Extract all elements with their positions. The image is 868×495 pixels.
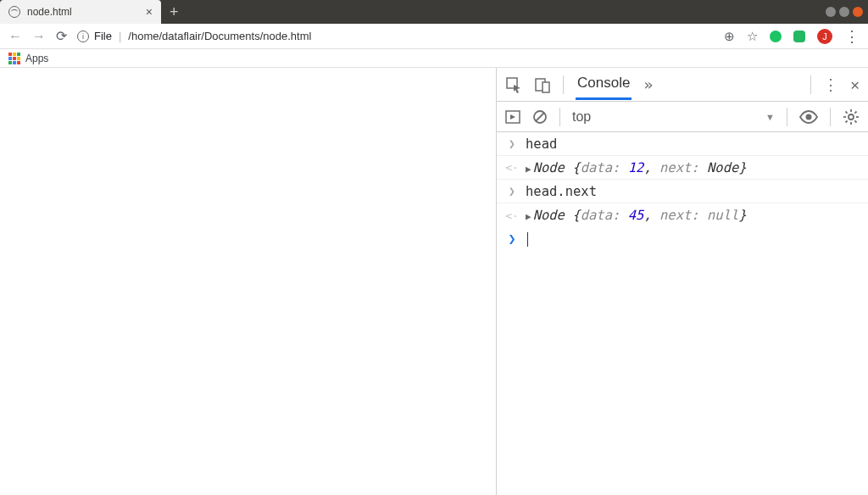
execute-icon[interactable] (505, 109, 520, 125)
close-tab-icon[interactable]: × (146, 5, 153, 19)
brace-open: { (572, 208, 580, 223)
extension-grammarly-icon[interactable] (770, 31, 782, 42)
content: Console » ⋮ ✕ top ▼ (0, 68, 868, 495)
console-body[interactable]: ❯head<·▶Node {data: 12, next: Node}❯head… (497, 132, 868, 495)
prop-value: null (707, 208, 738, 223)
url-scheme: File (94, 30, 112, 42)
expand-triangle-icon[interactable]: ▶ (526, 211, 531, 222)
svg-line-5 (536, 113, 544, 121)
apps-label[interactable]: Apps (25, 53, 48, 64)
console-row[interactable]: <·▶Node {data: 45, next: null} (497, 203, 868, 227)
window-titlebar: node.html × + (0, 0, 868, 24)
browser-tab[interactable]: node.html × (0, 0, 161, 24)
separator (830, 108, 831, 126)
separator (810, 75, 811, 94)
tab-console[interactable]: Console (576, 70, 632, 100)
settings-gear-icon[interactable] (843, 108, 860, 125)
address-bar: ← → ⟳ i File | /home/dataflair/Documents… (0, 24, 868, 49)
object-class-name: Node (533, 160, 573, 175)
zoom-icon[interactable]: ⊕ (724, 29, 735, 44)
devtools-header: Console » ⋮ ✕ (497, 68, 868, 102)
devtools: Console » ⋮ ✕ top ▼ (497, 68, 868, 495)
window-controls (826, 7, 868, 17)
devtools-menu-icon[interactable]: ⋮ (823, 75, 838, 93)
avatar-letter: J (822, 31, 827, 42)
brace-close: } (738, 208, 746, 223)
comma: , (643, 208, 659, 223)
console-row[interactable]: ❯head (497, 132, 868, 156)
star-icon[interactable]: ☆ (747, 29, 758, 44)
svg-point-7 (849, 114, 854, 120)
input-chevron-icon: ❯ (505, 185, 519, 197)
live-expression-icon[interactable] (799, 110, 818, 124)
prop-name: next: (659, 208, 707, 223)
inspect-icon[interactable] (505, 76, 522, 93)
page-viewport[interactable] (0, 68, 497, 495)
close-window-icon[interactable] (853, 7, 863, 17)
minimize-icon[interactable] (826, 7, 836, 17)
context-label: top (572, 109, 591, 125)
svg-rect-2 (542, 82, 549, 92)
apps-grid-icon[interactable] (8, 53, 20, 64)
reload-icon[interactable]: ⟳ (56, 28, 67, 44)
url-path: /home/dataflair/Documents/node.html (128, 30, 311, 42)
globe-icon (8, 6, 20, 18)
devtools-close-icon[interactable]: ✕ (850, 75, 860, 93)
console-input-code: head.next (526, 184, 597, 199)
text-cursor (527, 232, 528, 247)
kebab-menu-icon[interactable]: ⋮ (844, 32, 860, 41)
output-indicator-icon: <· (505, 209, 519, 222)
svg-line-14 (846, 120, 848, 122)
bookmarks-bar: Apps (0, 49, 868, 68)
console-row[interactable]: <·▶Node {data: 12, next: Node} (497, 156, 868, 180)
console-result[interactable]: ▶Node {data: 12, next: Node} (526, 160, 747, 175)
console-input-code: head (526, 136, 557, 152)
extension-green-icon[interactable] (793, 31, 805, 42)
url-separator: | (117, 30, 123, 42)
svg-line-15 (854, 111, 856, 113)
prop-value: 12 (628, 160, 644, 175)
separator (563, 75, 564, 94)
info-icon[interactable]: i (77, 31, 89, 42)
toolbar-right: ⊕ ☆ J ⋮ (724, 29, 860, 44)
chevron-down-icon: ▼ (765, 112, 775, 122)
back-icon[interactable]: ← (8, 29, 22, 44)
new-tab-button[interactable]: + (161, 3, 187, 21)
expand-triangle-icon[interactable]: ▶ (526, 164, 531, 175)
console-result[interactable]: ▶Node {data: 45, next: null} (526, 208, 747, 223)
output-indicator-icon: <· (505, 161, 519, 174)
more-tabs-icon[interactable]: » (643, 75, 653, 93)
brace-open: { (572, 160, 580, 175)
console-prompt-row[interactable]: ❯ (497, 227, 868, 251)
forward-icon[interactable]: → (32, 29, 46, 44)
devtools-subheader: top ▼ (497, 102, 868, 132)
device-toolbar-icon[interactable] (534, 76, 551, 93)
svg-point-6 (806, 114, 812, 120)
object-class-name: Node (533, 208, 573, 223)
comma: , (643, 160, 659, 175)
prop-name: data: (581, 208, 628, 223)
prop-value: Node (707, 160, 738, 175)
prop-name: next: (659, 160, 707, 175)
context-selector[interactable]: top ▼ (572, 109, 775, 125)
console-row[interactable]: ❯head.next (497, 180, 868, 203)
svg-line-12 (846, 111, 848, 113)
prop-name: data: (581, 160, 628, 175)
prompt-icon: ❯ (505, 231, 519, 247)
clear-console-icon[interactable] (532, 109, 548, 125)
svg-line-13 (854, 120, 856, 122)
input-chevron-icon: ❯ (505, 137, 519, 150)
separator (787, 108, 787, 126)
prop-value: 45 (628, 208, 644, 223)
avatar[interactable]: J (817, 29, 832, 44)
tab-title: node.html (27, 6, 139, 18)
maximize-icon[interactable] (839, 7, 849, 17)
separator (559, 108, 560, 126)
url-field[interactable]: i File | /home/dataflair/Documents/node.… (77, 30, 714, 42)
brace-close: } (738, 160, 746, 175)
